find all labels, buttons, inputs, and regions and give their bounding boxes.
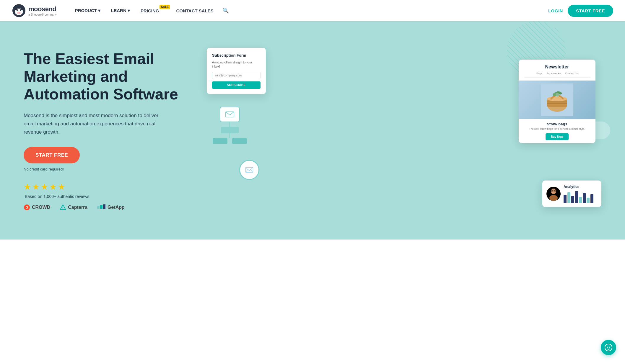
flow-branch-row — [213, 138, 247, 144]
nav-accessories: Accessories — [546, 72, 561, 75]
hero-section: The Easiest Email Marketing and Automati… — [0, 21, 625, 240]
subscribe-button[interactable]: SUBSCRIBE — [212, 81, 261, 89]
crowd-text: CROWD — [32, 205, 50, 210]
star-2: ★ — [32, 182, 40, 192]
newsletter-product-image — [519, 81, 595, 119]
svg-point-31 — [551, 189, 556, 194]
nav-contact[interactable]: CONTACT SALES — [172, 6, 217, 16]
sale-badge: SALE — [159, 5, 170, 9]
newsletter-card: Newsletter Bags Accessories Contact us — [519, 60, 595, 143]
star-3: ★ — [41, 182, 48, 192]
nav-links: PRODUCT ▾ LEARN ▾ PRICING SALE CONTACT S… — [71, 5, 548, 16]
bar-7 — [590, 194, 593, 203]
bar-4 — [579, 197, 582, 203]
star-1: ★ — [24, 182, 31, 192]
avatar-svg — [546, 187, 561, 201]
brand-name: moosend — [28, 5, 57, 13]
capterra-icon — [60, 204, 66, 211]
sub-form-input[interactable] — [212, 72, 261, 79]
navbar: moosend a Sitecore® company PRODUCT ▾ LE… — [0, 0, 625, 21]
login-button[interactable]: LOGIN — [548, 8, 563, 13]
nav-bags: Bags — [536, 72, 543, 75]
analytics-title: Analytics — [564, 185, 597, 189]
svg-point-24 — [547, 96, 567, 101]
bar-6 — [587, 198, 590, 203]
hero-description: Moosend is the simplest and most modern … — [24, 112, 171, 136]
hero-title: The Easiest Email Marketing and Automati… — [24, 50, 195, 103]
flow-connector-1 — [230, 122, 230, 127]
bar-3 — [575, 191, 578, 203]
svg-rect-14 — [97, 206, 100, 209]
svg-rect-16 — [103, 204, 105, 209]
getapp-logo: GetApp — [97, 204, 125, 211]
start-free-nav-button[interactable]: START FREE — [568, 5, 613, 17]
svg-point-27 — [556, 93, 559, 96]
flow-email-icon — [225, 111, 234, 118]
ratings-wrap: ★ ★ ★ ★ ★ Based on 1,000+ authentic revi… — [24, 182, 195, 199]
logo-icon — [12, 4, 26, 18]
svg-rect-15 — [100, 205, 102, 209]
hero-right: Subscription Form Amazing offers straigh… — [207, 42, 601, 219]
newsletter-header: Newsletter Bags Accessories Contact us — [519, 60, 595, 81]
buy-now-button[interactable]: Buy Now — [546, 133, 569, 140]
newsletter-product-info: Straw bags The best straw bags for a per… — [519, 119, 595, 143]
star-ratings: ★ ★ ★ ★ ★ — [24, 182, 89, 192]
logo-link[interactable]: moosend a Sitecore® company — [12, 4, 57, 18]
svg-point-30 — [549, 195, 558, 201]
capterra-text: Capterra — [68, 205, 87, 210]
svg-text:G: G — [26, 206, 28, 209]
bar-5 — [583, 193, 586, 203]
svg-point-8 — [15, 7, 17, 10]
capterra-logo: Capterra — [60, 204, 87, 211]
flow-branch-left — [213, 138, 227, 144]
flow-node-mid — [221, 127, 239, 133]
hero-cta-button[interactable]: START FREE — [24, 147, 80, 163]
logo-text-wrap: moosend a Sitecore® company — [28, 5, 57, 16]
brand-sub: a Sitecore® company — [28, 13, 57, 16]
hero-left: The Easiest Email Marketing and Automati… — [24, 50, 195, 211]
g2-icon: G — [24, 204, 30, 211]
analytics-card: Analytics — [542, 181, 601, 207]
search-icon[interactable]: 🔍 — [220, 5, 231, 16]
product-name: Straw bags — [523, 122, 591, 126]
sub-form-desc: Amazing offers straight to your inbox! — [212, 60, 261, 69]
bar-chart — [564, 191, 597, 203]
svg-point-9 — [21, 7, 23, 10]
nav-right: LOGIN START FREE — [548, 5, 613, 17]
bottom-section — [0, 240, 625, 269]
no-cc-text: No credit card required! — [24, 167, 195, 171]
svg-point-7 — [19, 12, 21, 14]
svg-point-6 — [17, 12, 19, 14]
nav-contact: Contact us — [565, 72, 578, 75]
getapp-icon — [97, 204, 106, 211]
bar-1 — [567, 192, 570, 203]
newsletter-nav: Bags Accessories Contact us — [524, 72, 590, 78]
email-icon-circle: ✉️ — [239, 160, 259, 180]
flow-branch-right — [232, 138, 247, 144]
star-4: ★ — [49, 182, 57, 192]
product-desc: The best straw bags for a perfect summer… — [523, 127, 591, 130]
straw-bag-svg — [541, 83, 573, 116]
bar-0 — [564, 195, 567, 203]
bar-2 — [571, 196, 574, 203]
partner-logos: G CROWD Capterra GetApp — [24, 204, 195, 211]
subscription-form-card: Subscription Form Amazing offers straigh… — [207, 48, 266, 94]
automation-flow — [213, 107, 247, 144]
nav-product[interactable]: PRODUCT ▾ — [71, 6, 105, 16]
pricing-wrap: PRICING SALE — [136, 6, 170, 16]
star-5: ★ — [58, 182, 65, 192]
flow-node-top — [220, 107, 240, 122]
flow-connector-2 — [230, 133, 230, 138]
analytics-avatar — [546, 187, 561, 201]
analytics-content: Analytics — [564, 185, 597, 203]
nav-learn[interactable]: LEARN ▾ — [107, 6, 134, 16]
sub-form-title: Subscription Form — [212, 53, 261, 58]
newsletter-title: Newsletter — [524, 64, 590, 70]
getapp-text: GetApp — [108, 205, 125, 210]
reviews-text: Based on 1,000+ authentic reviews — [25, 194, 89, 199]
g2crowd-logo: G CROWD — [24, 204, 50, 211]
